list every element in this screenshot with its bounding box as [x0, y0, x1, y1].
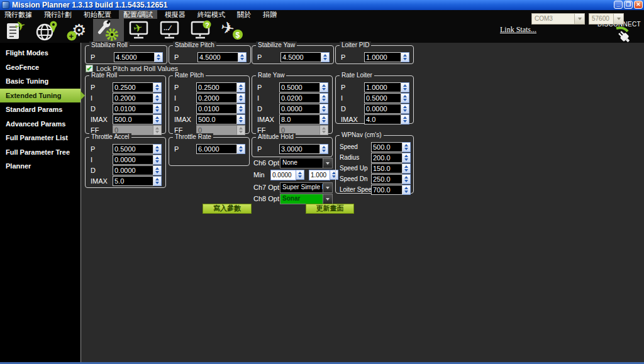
sidebar-item-planner[interactable]: Planner	[0, 159, 80, 173]
connect-plug-icon[interactable]	[611, 26, 636, 47]
input-loiter-pid-p[interactable]	[364, 52, 401, 62]
input-rate-pitch-imax[interactable]	[196, 114, 237, 124]
input-rate-loiter-d[interactable]	[364, 104, 401, 114]
toolbar-icon-initial-setup[interactable]: ⚙+	[62, 19, 93, 43]
spinner[interactable]	[320, 144, 328, 154]
menu-item-2[interactable]: 初始配置	[79, 10, 116, 19]
spinner[interactable]	[402, 142, 411, 152]
com-port-select[interactable]: COM3	[531, 13, 585, 25]
spinner[interactable]	[153, 82, 162, 92]
toolbar-icon-simulator[interactable]: ✈	[124, 19, 155, 43]
menu-item-4[interactable]: 模擬器	[160, 10, 190, 19]
spinner[interactable]	[320, 114, 328, 124]
spinner[interactable]	[153, 104, 162, 114]
input-throttle-accel-i[interactable]	[113, 155, 153, 165]
write-params-button[interactable]: 寫入參數	[203, 204, 252, 214]
input-rate-yaw-p[interactable]	[279, 82, 320, 92]
input-wpnav-speed-dn[interactable]	[371, 174, 402, 184]
ch6-max-stepper[interactable]	[309, 170, 338, 180]
menu-item-0[interactable]: 飛行數據	[0, 10, 36, 19]
minimize-button[interactable]: _	[614, 1, 623, 9]
spinner[interactable]	[320, 82, 328, 92]
input-throttle-rate-p[interactable]	[196, 144, 237, 154]
input-stabilize-yaw-p[interactable]	[280, 52, 321, 62]
input-rate-loiter-i[interactable]	[364, 93, 401, 103]
spinner[interactable]	[237, 144, 245, 154]
spinner[interactable]	[402, 174, 411, 184]
spinner[interactable]	[401, 93, 409, 103]
maximize-button[interactable]: ❐	[624, 1, 633, 9]
sidebar-item-advanced-params[interactable]: Advanced Params	[0, 117, 80, 131]
spinner[interactable]	[402, 163, 411, 174]
input-rate-roll-d[interactable]	[113, 104, 153, 114]
toolbar-icon-flight-data[interactable]: ✈	[1, 19, 31, 43]
spinner[interactable]	[153, 93, 162, 103]
ch8-opt-select[interactable]: Sonar	[280, 194, 333, 204]
ch6-min-stepper[interactable]	[270, 170, 304, 180]
input-rate-roll-i[interactable]	[113, 93, 153, 103]
input-throttle-accel-p[interactable]	[113, 144, 153, 154]
toolbar-icon-donate[interactable]: ✈$	[216, 19, 247, 43]
ch6-max-input[interactable]	[309, 170, 330, 180]
spinner[interactable]	[320, 104, 328, 114]
baud-rate-select[interactable]: 57600	[589, 13, 624, 25]
spinner[interactable]	[296, 170, 304, 180]
input-wpnav-speed[interactable]	[371, 142, 402, 152]
input-rate-pitch-d[interactable]	[196, 104, 237, 114]
input-rate-pitch-p[interactable]	[196, 82, 237, 92]
input-wpnav-speed-up[interactable]	[371, 163, 402, 174]
spinner[interactable]	[153, 114, 162, 124]
input-rate-loiter-imax[interactable]	[364, 114, 401, 124]
close-button[interactable]: ✕	[634, 1, 643, 9]
spinner[interactable]	[237, 114, 245, 124]
spinner[interactable]	[320, 93, 328, 103]
spinner[interactable]	[401, 52, 409, 62]
toolbar-icon-config-tuning[interactable]	[93, 19, 124, 43]
menu-item-5[interactable]: 終端模式	[193, 10, 230, 19]
input-rate-roll-p[interactable]	[113, 82, 153, 92]
chevron-down-icon[interactable]	[323, 158, 333, 168]
spinner[interactable]	[153, 165, 162, 175]
menu-item-6[interactable]: 關於	[233, 10, 255, 19]
spinner[interactable]	[402, 185, 411, 195]
toolbar-icon-help[interactable]: ?	[186, 19, 216, 43]
chevron-down-icon[interactable]	[323, 194, 333, 204]
spinner[interactable]	[238, 52, 247, 62]
input-stabilize-roll-p[interactable]	[114, 52, 155, 62]
link-stats-link[interactable]: Link Stats...	[500, 25, 536, 35]
spinner[interactable]	[237, 82, 245, 92]
ch6-opt-select[interactable]: None	[280, 158, 333, 168]
spinner[interactable]	[401, 82, 409, 92]
sidebar-item-basic-tuning[interactable]: Basic Tuning	[0, 74, 80, 88]
menu-item-1[interactable]: 飛行計劃	[40, 10, 76, 19]
ch7-opt-select[interactable]: Super Simple Mod	[280, 182, 333, 193]
input-throttle-accel-d[interactable]	[113, 165, 153, 175]
chevron-down-icon[interactable]	[614, 13, 624, 25]
sidebar-item-full-parameter-list[interactable]: Full Parameter List	[0, 131, 80, 145]
sidebar-item-full-parameter-tree[interactable]: Full Parameter Tree	[0, 145, 80, 159]
spinner[interactable]	[153, 155, 162, 165]
toolbar-icon-flight-plan[interactable]	[31, 19, 62, 43]
spinner[interactable]	[402, 153, 411, 163]
menu-item-3[interactable]: 配置/調試	[119, 10, 157, 19]
input-stabilize-pitch-p[interactable]	[197, 52, 238, 62]
input-rate-yaw-i[interactable]	[279, 93, 320, 103]
spinner[interactable]	[237, 104, 245, 114]
sidebar-item-standard-params[interactable]: Standard Params	[0, 102, 80, 116]
input-rate-loiter-p[interactable]	[364, 82, 401, 92]
sidebar-item-flight-modes[interactable]: Flight Modes	[0, 46, 80, 60]
input-rate-yaw-d[interactable]	[279, 104, 320, 114]
toolbar-icon-terminal[interactable]: ...∕	[155, 19, 186, 43]
ch6-min-input[interactable]	[270, 170, 296, 180]
input-altitude-hold-p[interactable]	[279, 144, 320, 154]
refresh-screen-button[interactable]: 更新畫面	[306, 204, 354, 214]
spinner[interactable]	[153, 144, 162, 154]
spinner[interactable]	[401, 114, 409, 124]
chevron-down-icon[interactable]	[323, 182, 333, 193]
spinner[interactable]	[321, 52, 330, 62]
menu-item-7[interactable]: 捐贈	[258, 10, 281, 19]
spinner[interactable]	[155, 52, 163, 62]
spinner[interactable]	[401, 104, 409, 114]
spinner[interactable]	[153, 176, 162, 186]
input-wpnav-radius[interactable]	[371, 153, 402, 163]
